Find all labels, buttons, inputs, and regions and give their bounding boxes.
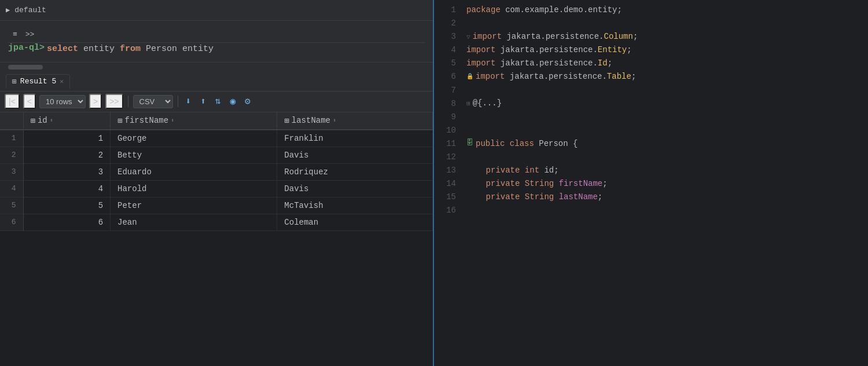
download-icon[interactable]: ⬇ — [183, 94, 194, 109]
line-number: 11 — [439, 137, 456, 151]
fold-icon[interactable]: ▽ — [466, 32, 470, 42]
table-icon: ⊞ — [12, 77, 17, 86]
scrollbar-thumb[interactable] — [8, 65, 43, 69]
sync-icon[interactable]: ⇄ — [211, 96, 226, 107]
person-text: Person entity — [141, 44, 214, 54]
id-cell: 2 — [23, 147, 111, 163]
code-token: Column — [604, 30, 632, 43]
tab-close-button[interactable]: ✕ — [60, 78, 64, 85]
result-tab[interactable]: ⊞ Result 5 ✕ — [6, 74, 70, 89]
id-cell: 6 — [23, 214, 111, 230]
line-number: 10 — [439, 124, 456, 137]
code-token: String — [520, 191, 558, 204]
play-icon: ▶ — [6, 6, 10, 14]
code-token: private — [466, 191, 520, 204]
table-row[interactable]: 33EduardoRodriquez — [0, 163, 433, 180]
table-header-row: ⊞ id ⬍ ⊞ firstName ⬍ — [0, 112, 433, 130]
id-column-header[interactable]: ⊞ id ⬍ — [23, 112, 111, 130]
code-line — [464, 111, 868, 124]
code-area: 12345678910111213141516 package com.exam… — [434, 0, 868, 366]
line-number: 5 — [439, 57, 456, 70]
firstname-cell: Betty — [111, 147, 277, 163]
code-line: import jakarta.persistence.Id; — [464, 57, 868, 70]
code-token: Entity — [598, 43, 627, 57]
database-label: default — [14, 6, 46, 14]
gutter-db-icon: 🗄 — [466, 138, 473, 149]
code-token — [520, 164, 524, 177]
lastname-sort-icon[interactable]: ⬍ — [333, 117, 336, 124]
table-row[interactable]: 22BettyDavis — [0, 147, 433, 163]
code-token: ; — [633, 30, 638, 43]
code-token: import — [473, 30, 502, 43]
table-row[interactable]: 66JeanColeman — [0, 214, 433, 230]
code-token: ; — [602, 177, 607, 191]
code-token: ; — [598, 191, 602, 204]
table-row[interactable]: 44HaroldDavis — [0, 180, 433, 197]
id-cell: 4 — [23, 180, 111, 197]
next-page-button[interactable]: > — [89, 94, 102, 109]
table-row[interactable]: 55PeterMcTavish — [0, 197, 433, 214]
prev-page-button[interactable]: < — [23, 94, 36, 109]
toolbar-separator-2 — [178, 96, 178, 107]
code-token: class — [510, 137, 534, 151]
code-line — [464, 83, 868, 97]
line-numbers: 12345678910111213141516 — [434, 2, 461, 366]
code-line — [464, 124, 868, 137]
table-col-icon-2: ⊞ — [117, 116, 122, 126]
code-line: private int id; — [464, 164, 868, 177]
line-number: 9 — [439, 111, 456, 124]
firstname-sort-icon[interactable]: ⬍ — [171, 117, 174, 124]
code-token: private — [466, 177, 520, 191]
row-number-cell: 3 — [0, 163, 23, 180]
line-number: 6 — [439, 70, 456, 83]
first-page-button[interactable]: |< — [5, 94, 20, 109]
code-token: package — [466, 3, 501, 17]
code-token: ; — [631, 70, 636, 83]
table-row[interactable]: 11GeorgeFranklin — [0, 130, 433, 147]
entity-text: entity — [78, 44, 120, 54]
row-number-header — [0, 112, 23, 130]
result-tabbar: ⊞ Result 5 ✕ — [0, 72, 433, 92]
line-number: 15 — [439, 191, 456, 204]
fold-expand-icon[interactable]: ⊞ — [466, 98, 470, 109]
last-page-button[interactable]: >> — [105, 94, 123, 109]
query-editor: ≡ >> jpa-ql> select entity from Person e… — [0, 21, 433, 63]
top-toolbar: ▶ default — [0, 0, 433, 21]
line-number: 14 — [439, 177, 456, 191]
code-token: com.example.demo.entity; — [501, 3, 622, 17]
lines-icon[interactable]: ≡ — [10, 29, 20, 40]
row-number-cell: 2 — [0, 147, 23, 163]
lastname-col-label: lastName — [292, 116, 330, 125]
line-number: 1 — [439, 3, 456, 17]
lastname-cell: Coleman — [277, 214, 433, 230]
code-token: Id — [598, 57, 608, 70]
line-number: 2 — [439, 17, 456, 30]
code-token — [505, 137, 509, 151]
firstname-column-header[interactable]: ⊞ firstName ⬍ — [111, 112, 277, 130]
firstname-cell: Harold — [111, 180, 277, 197]
id-cell: 1 — [23, 130, 111, 147]
code-line: package com.example.demo.entity; — [464, 3, 868, 17]
firstname-cell: Peter — [111, 197, 277, 214]
code-token: public — [476, 137, 505, 151]
lastname-col-icon-group: ⊞ lastName ⬍ — [284, 116, 336, 126]
settings-icon[interactable]: ⚙ — [242, 94, 253, 109]
rows-per-page-select[interactable]: 10 rows 20 rows 50 rows — [39, 95, 86, 108]
upload-icon[interactable]: ⬆ — [197, 94, 209, 109]
lastname-column-header[interactable]: ⊞ lastName ⬍ — [277, 112, 433, 130]
id-col-label: id — [38, 116, 47, 125]
query-text: select entity from Person entity — [47, 43, 214, 56]
query-prompt-line: jpa-ql> select entity from Person entity — [8, 43, 425, 56]
double-arrow-icon[interactable]: >> — [23, 29, 37, 40]
line-number: 4 — [439, 43, 456, 57]
id-sort-icon[interactable]: ⬍ — [50, 117, 53, 124]
left-panel: ▶ default ≡ >> jpa-ql> select entity fro… — [0, 0, 434, 366]
code-content[interactable]: package com.example.demo.entity;▽import … — [461, 2, 868, 366]
id-cell: 5 — [23, 197, 111, 214]
code-line — [464, 204, 868, 217]
code-token: ; — [627, 43, 631, 57]
eye-icon[interactable]: ◉ — [227, 94, 238, 109]
code-token: ; — [608, 57, 612, 70]
export-format-select[interactable]: CSV JSON — [133, 95, 173, 108]
code-token: jakarta.persistence. — [495, 57, 597, 70]
